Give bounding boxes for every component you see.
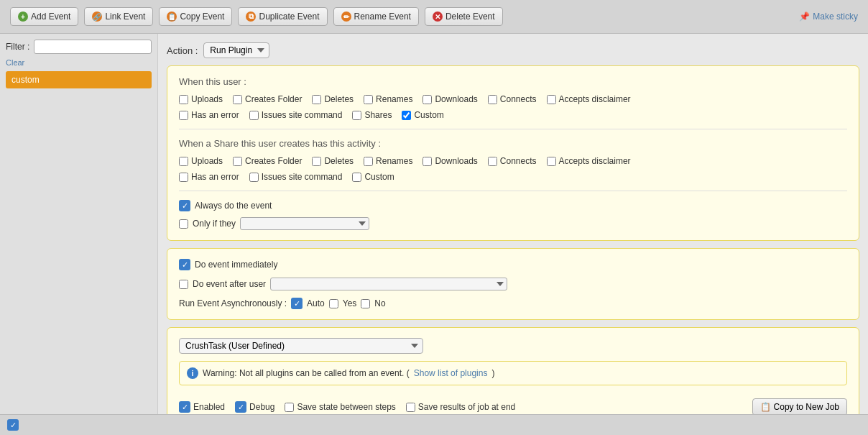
deletes2-checkbox[interactable] [312, 157, 321, 166]
connects2-item[interactable]: Connects [488, 156, 537, 166]
enabled-label: Enabled [193, 402, 225, 412]
has-error2-checkbox[interactable] [179, 173, 188, 182]
delete-event-button[interactable]: ✕ Delete Event [425, 7, 503, 26]
add-event-button[interactable]: + Add Event [10, 7, 78, 26]
issues-site1-checkbox[interactable] [249, 111, 259, 120]
uploads2-checkbox[interactable] [179, 157, 188, 166]
action-select[interactable]: Run Plugin Send Email Run Script [203, 42, 269, 58]
plugin-select[interactable]: CrushTask (User Defined) Other Plugin [179, 338, 423, 354]
creates-folder2-item[interactable]: Creates Folder [233, 156, 302, 166]
when-user-section: When this user : Uploads Creates Folder … [167, 65, 859, 241]
renames1-item[interactable]: Renames [364, 94, 412, 104]
clear-link[interactable]: Clear [6, 58, 152, 67]
custom1-checkbox[interactable] [402, 111, 411, 120]
creates-folder1-checkbox[interactable] [233, 95, 242, 104]
do-after-select[interactable] [270, 278, 507, 290]
make-sticky-link[interactable]: 📌 Make sticky [799, 12, 858, 22]
delete-event-label: Delete Event [445, 12, 495, 22]
do-after-checkbox[interactable] [179, 280, 188, 289]
rename-event-button[interactable]: ✏ Rename Event [333, 7, 419, 26]
save-results-label: Save results of job at end [418, 402, 515, 412]
yes-checkbox[interactable] [329, 299, 338, 308]
uploads2-item[interactable]: Uploads [179, 156, 223, 166]
enabled-check-icon[interactable]: ✓ [179, 401, 190, 413]
make-sticky-label: Make sticky [813, 12, 858, 22]
action-row: Action : Run Plugin Send Email Run Scrip… [167, 42, 859, 58]
copy-to-new-job-button[interactable]: 📋 Copy to New Job [752, 398, 847, 416]
warning-text-end: ) [491, 368, 494, 378]
accepts-disclaimer2-checkbox[interactable] [547, 157, 556, 166]
only-label: Only if they [193, 219, 236, 229]
downloads1-item[interactable]: Downloads [423, 94, 477, 104]
downloads1-label: Downloads [435, 94, 477, 104]
accepts-disclaimer2-item[interactable]: Accepts disclaimer [547, 156, 631, 166]
has-error1-label: Has an error [191, 110, 239, 120]
no-checkbox[interactable] [361, 299, 370, 308]
connects1-checkbox[interactable] [488, 95, 497, 104]
save-state-item[interactable]: Save state between steps [285, 402, 395, 412]
issues-site1-label: Issues site command [262, 110, 343, 120]
duplicate-event-button[interactable]: ⧉ Duplicate Event [238, 7, 327, 26]
creates-folder2-checkbox[interactable] [233, 157, 242, 166]
issues-site2-checkbox[interactable] [249, 173, 259, 182]
issues-site1-item[interactable]: Issues site command [249, 110, 343, 120]
accepts-disclaimer1-item[interactable]: Accepts disclaimer [547, 94, 631, 104]
connects2-checkbox[interactable] [488, 157, 497, 166]
accepts-disclaimer1-checkbox[interactable] [547, 95, 556, 104]
only-checkbox[interactable] [179, 219, 188, 229]
deletes1-checkbox[interactable] [312, 95, 321, 104]
has-error1-checkbox[interactable] [179, 111, 188, 120]
renames2-item[interactable]: Renames [364, 156, 412, 166]
always-label: Always do the event [195, 201, 272, 211]
user-activity-row1: Uploads Creates Folder Deletes Renames D… [179, 94, 847, 104]
link-event-button[interactable]: 🔗 Link Event [84, 7, 153, 26]
accepts-disclaimer2-label: Accepts disclaimer [559, 156, 631, 166]
custom1-item[interactable]: Custom [402, 110, 443, 120]
issues-site2-item[interactable]: Issues site command [249, 172, 343, 182]
uploads1-item[interactable]: Uploads [179, 94, 223, 104]
deletes2-item[interactable]: Deletes [312, 156, 354, 166]
sidebar-item-custom[interactable]: custom [6, 71, 152, 88]
async-auto-icon[interactable]: ✓ [291, 298, 303, 309]
save-results-checkbox[interactable] [406, 403, 415, 412]
save-button[interactable]: ✓ [7, 419, 19, 431]
renames2-checkbox[interactable] [364, 157, 373, 166]
debug-check-icon[interactable]: ✓ [235, 401, 246, 413]
creates-folder1-item[interactable]: Creates Folder [233, 94, 302, 104]
copy-event-button[interactable]: 📋 Copy Event [159, 7, 232, 26]
show-plugins-link[interactable]: Show list of plugins [414, 368, 488, 378]
shares1-item[interactable]: Shares [352, 110, 392, 120]
connects1-item[interactable]: Connects [488, 94, 537, 104]
deletes1-item[interactable]: Deletes [312, 94, 354, 104]
do-immediately-icon[interactable]: ✓ [179, 259, 190, 270]
only-select[interactable]: have uploaded before are new user [240, 217, 369, 230]
content-area: Action : Run Plugin Send Email Run Scrip… [158, 34, 868, 434]
footer-bar: ✓ [0, 414, 868, 435]
duplicate-event-label: Duplicate Event [259, 12, 319, 22]
divider2 [179, 191, 847, 191]
save-state-checkbox[interactable] [285, 403, 294, 412]
custom2-item[interactable]: Custom [352, 172, 394, 182]
sidebar-item-label: custom [11, 75, 40, 85]
filter-input[interactable] [34, 40, 152, 54]
custom1-label: Custom [414, 110, 443, 120]
always-checked-icon[interactable]: ✓ [179, 200, 190, 211]
when-user-title: When this user : [179, 76, 847, 87]
shares1-checkbox[interactable] [352, 111, 361, 120]
has-error1-item[interactable]: Has an error [179, 110, 239, 120]
uploads1-checkbox[interactable] [179, 95, 188, 104]
renames2-label: Renames [376, 156, 412, 166]
renames1-checkbox[interactable] [364, 95, 373, 104]
do-immediately-label: Do event immediately [195, 260, 277, 270]
downloads1-checkbox[interactable] [423, 95, 432, 104]
downloads2-item[interactable]: Downloads [423, 156, 477, 166]
save-results-item[interactable]: Save results of job at end [406, 402, 515, 412]
custom2-checkbox[interactable] [352, 173, 361, 182]
debug-item[interactable]: ✓ Debug [235, 401, 274, 413]
downloads2-checkbox[interactable] [423, 157, 432, 166]
enabled-item[interactable]: ✓ Enabled [179, 401, 225, 413]
share-activity-row1: Uploads Creates Folder Deletes Renames D… [179, 156, 847, 166]
save-state-label: Save state between steps [297, 402, 395, 412]
sidebar: Filter : Clear custom [0, 34, 158, 434]
has-error2-item[interactable]: Has an error [179, 172, 239, 182]
